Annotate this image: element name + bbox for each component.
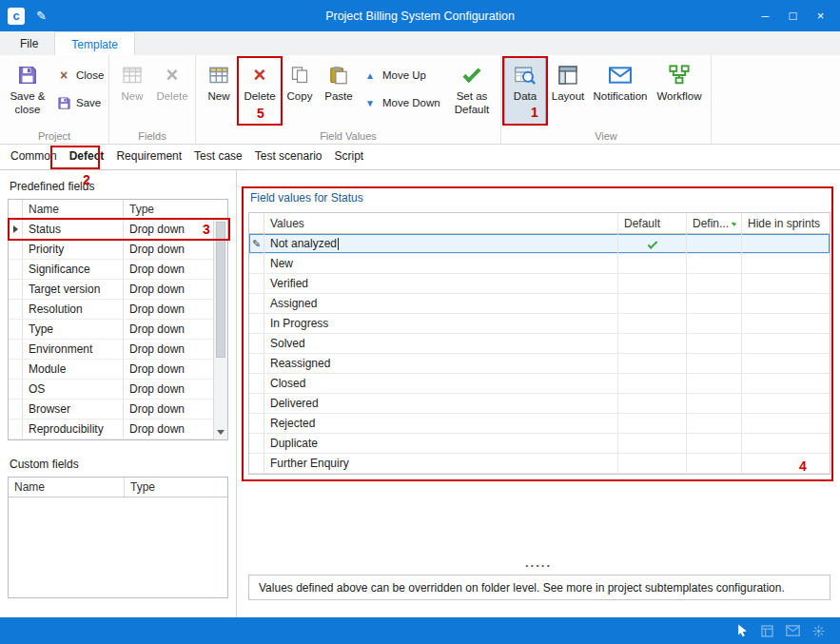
value-cell[interactable]: Delivered [264, 394, 618, 413]
ribbon-tab-template[interactable]: Template [54, 31, 135, 55]
table-row[interactable]: Target versionDrop down [9, 280, 213, 300]
tab-requirement[interactable]: Requirement [113, 145, 185, 169]
column-header-default[interactable]: Default [618, 213, 687, 233]
default-cell[interactable] [618, 294, 687, 313]
value-row[interactable]: Duplicate [249, 434, 830, 454]
default-cell[interactable] [618, 234, 687, 253]
notification-view-icon[interactable] [786, 625, 800, 636]
tab-script[interactable]: Script [331, 145, 366, 169]
value-cell[interactable]: Not analyzed [264, 234, 618, 253]
hide-cell[interactable] [742, 274, 830, 293]
hide-cell[interactable] [742, 314, 830, 333]
default-cell[interactable] [618, 454, 687, 473]
table-row[interactable]: BrowserDrop down [9, 400, 213, 420]
column-header-name[interactable]: Name [9, 478, 125, 497]
defined-cell[interactable] [687, 354, 742, 373]
value-row[interactable]: Rejected [249, 414, 830, 434]
value-cell[interactable]: Assigned [264, 294, 618, 313]
default-cell[interactable] [618, 374, 687, 393]
values-delete-button[interactable]: × Delete [239, 57, 281, 126]
layout-view-button[interactable]: Layout [546, 57, 590, 126]
hide-cell[interactable] [742, 234, 830, 253]
defined-cell[interactable] [687, 314, 742, 333]
defined-cell[interactable] [687, 374, 742, 393]
value-row[interactable]: Further Enquiry [249, 454, 830, 474]
value-row[interactable]: Reassigned [249, 354, 830, 374]
value-row[interactable]: Solved [249, 334, 830, 354]
value-cell[interactable]: Verified [264, 274, 618, 293]
table-row[interactable]: OSDrop down [9, 380, 213, 400]
hide-cell[interactable] [742, 254, 830, 273]
hide-cell[interactable] [742, 294, 830, 313]
column-header-name[interactable]: Name [23, 200, 124, 219]
value-cell[interactable]: Solved [264, 334, 618, 353]
hide-cell[interactable] [742, 334, 830, 353]
splitter-handle[interactable]: ..... [237, 556, 840, 570]
defined-cell[interactable] [687, 254, 742, 273]
value-row-editing[interactable]: ✎ Not analyzed [249, 234, 830, 254]
notification-view-button[interactable]: Notification [590, 57, 651, 126]
scrollbar-thumb[interactable] [216, 222, 225, 358]
value-cell[interactable]: Closed [264, 374, 618, 393]
default-cell[interactable] [618, 274, 687, 293]
value-cell[interactable]: Rejected [264, 414, 618, 433]
default-cell[interactable] [618, 414, 687, 433]
value-cell[interactable]: New [264, 254, 618, 273]
hide-cell[interactable] [742, 434, 830, 453]
move-down-button[interactable]: ▼ Move Down [359, 93, 446, 112]
paste-button[interactable]: Paste [319, 57, 359, 126]
value-row[interactable]: In Progress [249, 314, 830, 334]
defined-cell[interactable] [687, 454, 742, 473]
move-up-button[interactable]: ▲ Move Up [359, 66, 446, 85]
table-row[interactable]: ReproducibilityDrop down [9, 420, 213, 439]
default-cell[interactable] [618, 254, 687, 273]
value-row[interactable]: Delivered [249, 394, 830, 414]
hide-cell[interactable] [742, 414, 830, 433]
data-view-icon[interactable] [736, 624, 749, 637]
defined-cell[interactable] [687, 234, 742, 253]
default-cell[interactable] [618, 354, 687, 373]
default-cell[interactable] [618, 314, 687, 333]
table-row-status[interactable]: Status Drop down [9, 220, 213, 240]
hide-cell[interactable] [742, 394, 830, 413]
copy-button[interactable]: Copy [281, 57, 319, 126]
defined-cell[interactable] [687, 394, 742, 413]
close-button[interactable]: × [807, 5, 834, 28]
value-cell[interactable]: Further Enquiry [264, 454, 618, 473]
table-row[interactable]: EnvironmentDrop down [9, 340, 213, 360]
defined-cell[interactable] [687, 414, 742, 433]
maximize-button[interactable]: □ [779, 5, 807, 28]
scroll-down-button[interactable] [214, 426, 227, 438]
fields-new-button[interactable]: New [112, 57, 152, 126]
tab-common[interactable]: Common [8, 145, 60, 169]
column-header-defined[interactable]: Defin... [687, 213, 742, 233]
table-row[interactable]: PriorityDrop down [9, 240, 213, 260]
hide-cell[interactable] [742, 374, 830, 393]
value-cell[interactable]: In Progress [264, 314, 618, 333]
close-template-button[interactable]: × Close [52, 66, 106, 85]
ribbon-tab-file[interactable]: File [4, 31, 54, 55]
workflow-view-button[interactable]: Workflow [651, 57, 708, 126]
table-row[interactable]: ResolutionDrop down [9, 300, 213, 320]
save-button[interactable]: Save [52, 93, 106, 112]
defined-cell[interactable] [687, 274, 742, 293]
layout-view-icon[interactable] [761, 625, 773, 637]
value-row[interactable]: New [249, 254, 830, 274]
defined-cell[interactable] [687, 334, 742, 353]
table-row[interactable]: ModuleDrop down [9, 360, 213, 380]
hide-cell[interactable] [742, 354, 830, 373]
column-header-type[interactable]: Type [124, 200, 227, 219]
vertical-scrollbar[interactable] [213, 220, 227, 439]
value-row[interactable]: Closed [249, 374, 830, 394]
value-row[interactable]: Assigned [249, 294, 830, 314]
hide-cell[interactable] [742, 454, 830, 473]
value-row[interactable]: Verified [249, 274, 830, 294]
table-row[interactable]: TypeDrop down [9, 320, 213, 340]
tab-defect[interactable]: Defect [67, 145, 107, 169]
default-cell[interactable] [618, 434, 687, 453]
tab-test-scenario[interactable]: Test scenario [252, 145, 325, 169]
table-row[interactable]: SignificanceDrop down [9, 260, 213, 280]
column-header-values[interactable]: Values [264, 213, 618, 233]
default-cell[interactable] [618, 334, 687, 353]
column-header-type[interactable]: Type [125, 478, 227, 497]
